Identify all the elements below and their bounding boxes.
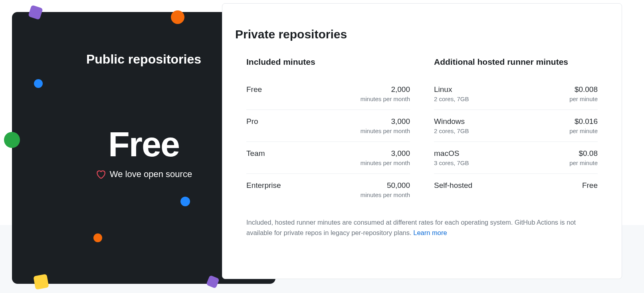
plan-name: Pro [246,117,258,126]
plan-name: Free [246,85,262,94]
os-name: macOS [434,149,469,158]
os-price: $0.08 [569,149,598,158]
public-repos-title: Public repositories [86,52,201,67]
confetti-circle-icon [34,79,43,88]
plan-minutes: 50,000 [361,181,410,190]
included-row: Pro 3,000 minutes per month [246,110,410,142]
os-name: Self-hosted [434,181,472,190]
os-spec: 2 cores, 7GB [434,96,469,102]
additional-minutes-heading: Additional hosted runner minutes [434,57,598,67]
os-price-unit: per minute [569,128,598,134]
public-repos-price: Free [95,127,192,162]
learn-more-link[interactable]: Learn more [413,229,447,236]
confetti-circle-icon [171,10,184,24]
confetti-circle-icon [4,132,20,148]
plan-minutes-unit: minutes per month [361,159,410,166]
included-row: Enterprise 50,000 minutes per month [246,174,410,205]
confetti-circle-icon [93,233,102,242]
plan-minutes: 3,000 [361,149,410,158]
plan-minutes: 3,000 [361,117,410,126]
os-price: $0.016 [569,117,598,126]
confetti-circle-icon [180,197,190,206]
included-row: Free 2,000 minutes per month [246,78,410,110]
plan-minutes-unit: minutes per month [361,96,410,102]
os-spec: 3 cores, 7GB [434,159,469,166]
os-name: Linux [434,85,469,94]
confetti-square-icon [33,274,49,289]
additional-minutes-column: Additional hosted runner minutes Linux 2… [434,57,598,205]
os-price: Free [582,181,598,190]
plan-name: Enterprise [246,181,281,190]
plan-minutes: 2,000 [361,85,410,94]
included-minutes-column: Included minutes Free 2,000 minutes per … [246,57,410,205]
additional-row: Windows 2 cores, 7GB $0.016 per minute [434,110,598,142]
private-repos-title: Private repositories [235,28,609,41]
public-repos-subtitle: We love open source [95,169,192,179]
additional-row: Linux 2 cores, 7GB $0.008 per minute [434,78,598,110]
private-repos-panel: Private repositories Included minutes Fr… [222,3,622,279]
included-minutes-heading: Included minutes [246,57,410,67]
os-spec: 2 cores, 7GB [434,128,469,134]
os-price-unit: per minute [569,96,598,102]
included-row: Team 3,000 minutes per month [246,142,410,174]
os-price-unit: per minute [569,159,598,166]
os-price: $0.008 [569,85,598,94]
plan-name: Team [246,149,265,158]
confetti-square-icon [28,5,43,20]
plan-minutes-unit: minutes per month [361,191,410,198]
plan-minutes-unit: minutes per month [361,128,410,134]
footnote-text: Included, hosted runner minutes are cons… [246,219,576,236]
os-name: Windows [434,117,469,126]
pricing-footnote: Included, hosted runner minutes are cons… [235,217,609,238]
public-repos-subtitle-text: We love open source [110,169,192,179]
heart-icon [95,169,106,179]
additional-row: Self-hosted Free [434,174,598,197]
additional-row: macOS 3 cores, 7GB $0.08 per minute [434,142,598,174]
